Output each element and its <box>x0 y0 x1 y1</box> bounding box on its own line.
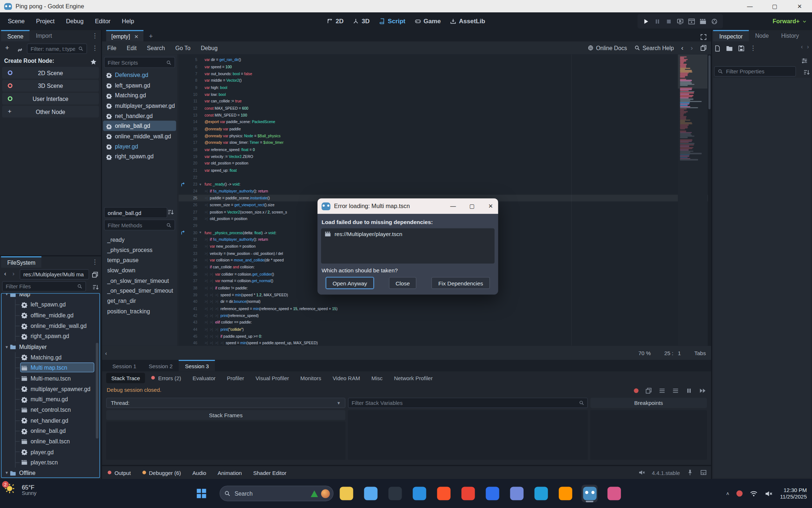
code-line-8[interactable]: 8var middle = Vector2() <box>179 77 711 84</box>
line-number[interactable]: 13 <box>187 113 198 118</box>
session-tab-session-2[interactable]: Session 2 <box>142 361 179 371</box>
code-gutter[interactable]: 5 <box>179 58 204 62</box>
filter-methods-input[interactable]: Filter Methods <box>104 220 175 231</box>
fs-item-net-control-tscn[interactable]: net_control.tscn <box>1 405 100 415</box>
script-menu-debug[interactable]: Debug <box>196 45 223 51</box>
stack-variables-list[interactable] <box>348 410 588 460</box>
line-number[interactable]: 45 <box>187 334 198 339</box>
line-number[interactable]: 38 <box>187 285 198 290</box>
line-number[interactable]: 46 <box>187 341 198 346</box>
folder-chevron-icon[interactable]: ▾ <box>4 293 10 297</box>
code-gutter[interactable]: 24 <box>179 189 204 194</box>
code-line-46[interactable]: 46>| >| >| >| speed = min(speed + paddle… <box>179 340 711 346</box>
method-on-slow-timer-timeout[interactable]: _on_slow_timer_timeout <box>103 275 176 285</box>
root-option-2d-scene[interactable]: 2D Scene <box>2 67 99 79</box>
session-tab-session-1[interactable]: Session 1 <box>106 361 142 371</box>
scene-filter-menu-icon[interactable]: ⋮ <box>92 45 98 52</box>
code-line-24[interactable]: 24>| if !is_multiplayer_authority(): ret… <box>179 188 711 195</box>
line-number[interactable]: 41 <box>187 306 198 311</box>
line-number[interactable]: 9 <box>187 85 198 90</box>
play-scene-button[interactable] <box>688 17 695 26</box>
error-dialog-titlebar[interactable]: Error loading: Multi map.tscn — ▢ ✕ <box>317 198 498 214</box>
scene-filter-input[interactable]: Filter: name, t:type, <box>27 44 87 54</box>
code-gutter[interactable]: 27 <box>179 210 204 214</box>
fs-item-net-handler-gd[interactable]: net_handler.gd <box>1 415 100 426</box>
line-number[interactable]: 36 <box>187 272 198 276</box>
fs-back-icon[interactable]: ‹ <box>4 270 6 277</box>
line-number[interactable]: 21 <box>187 168 198 173</box>
play-button[interactable] <box>643 17 650 26</box>
workspace-tab-2d[interactable]: 2D <box>327 17 344 25</box>
line-number[interactable]: 39 <box>187 293 198 297</box>
fs-item-matching-gd[interactable]: Matching.gd <box>1 352 100 362</box>
code-gutter[interactable]: 6 <box>179 65 204 69</box>
script-item-player-gd[interactable]: player.gd <box>103 141 176 151</box>
line-number[interactable]: 28 <box>187 216 198 221</box>
method-slow-down[interactable]: slow_down <box>103 265 176 275</box>
code-zoom-level[interactable]: 70 % <box>638 350 651 356</box>
fs-split-mode-icon[interactable] <box>92 270 98 279</box>
pause-button[interactable] <box>654 17 661 26</box>
window-minimize-button[interactable]: — <box>738 0 762 12</box>
script-item-net-handler-gd[interactable]: net_handler.gd <box>103 111 176 121</box>
root-option-3d-scene[interactable]: 3D Scene <box>2 80 99 92</box>
code-line-41[interactable]: 41>| >| >| reference_speed = min(referen… <box>179 305 711 312</box>
line-number[interactable]: 33 <box>187 251 198 256</box>
weather-widget[interactable]: 2 65°F Sunny <box>4 483 36 496</box>
scripts-collapse-icon[interactable]: ‹ <box>105 350 107 356</box>
inspector-tab-history[interactable]: History <box>775 30 805 41</box>
code-gutter[interactable]: 8 <box>179 78 204 83</box>
code-gutter[interactable]: 46 <box>179 341 204 346</box>
taskbar-app-edge[interactable] <box>411 485 427 502</box>
script-item-online-middle-wall-gd[interactable]: online_middle_wall.gd <box>103 131 176 141</box>
line-number[interactable]: 5 <box>187 58 198 62</box>
code-gutter[interactable]: 15 <box>179 127 204 131</box>
code-gutter[interactable]: 9 <box>179 85 204 90</box>
method-temp-pause[interactable]: temp_pause <box>103 255 176 265</box>
line-number[interactable]: 16 <box>187 134 198 138</box>
taskbar-search[interactable]: Search <box>220 486 334 501</box>
debug-break-icon[interactable] <box>686 386 693 395</box>
wifi-icon[interactable] <box>750 489 758 498</box>
movie-maker-button[interactable] <box>711 17 718 26</box>
code-line-23[interactable]: 23▾func _ready() -> void: <box>179 181 711 188</box>
scene-dock-tab-scene[interactable]: Scene <box>1 30 30 41</box>
code-gutter[interactable]: 42 <box>179 313 204 318</box>
fs-item-left-spawn-gd[interactable]: left_spawn.gd <box>1 300 100 310</box>
scene-dock-tab-import[interactable]: Import <box>30 30 58 41</box>
code-gutter[interactable]: 36 <box>179 272 204 276</box>
indent-type[interactable]: Tabs <box>694 350 706 356</box>
dialog-minimize-icon[interactable]: — <box>450 203 456 209</box>
root-option-user-interface[interactable]: User Interface <box>2 93 99 105</box>
method-physics-process[interactable]: _physics_process <box>103 245 176 255</box>
line-number[interactable]: 20 <box>187 161 198 166</box>
scene-tab-close-icon[interactable]: ✕ <box>134 33 138 39</box>
fs-item-online-ball-tscn[interactable]: online_ball.tscn <box>1 436 100 447</box>
debugger-tab-monitors[interactable]: Monitors <box>295 373 326 383</box>
code-gutter[interactable]: 22 <box>179 175 204 180</box>
remote-debug-button[interactable] <box>677 17 684 26</box>
code-gutter[interactable]: 40 <box>179 300 204 304</box>
folder-chevron-icon[interactable]: ▾ <box>4 344 10 349</box>
new-resource-icon[interactable] <box>714 44 721 53</box>
code-gutter[interactable]: 45 <box>179 334 204 339</box>
renderer-select[interactable]: Forward+ <box>772 12 807 30</box>
workspace-tab-script[interactable]: Script <box>379 17 406 25</box>
debug-continue-icon[interactable] <box>699 386 706 395</box>
code-gutter[interactable]: 23▾ <box>179 182 204 187</box>
code-line-9[interactable]: 9var high: bool <box>179 84 711 91</box>
line-number[interactable]: 12 <box>187 106 198 111</box>
window-maximize-button[interactable]: ▢ <box>762 0 787 12</box>
favorites-star-icon[interactable] <box>90 57 97 66</box>
script-history-forward-icon[interactable]: › <box>691 44 693 52</box>
session-tab-session-3[interactable]: Session 3 <box>179 360 215 371</box>
script-menu-search[interactable]: Search <box>142 45 170 51</box>
fs-item-player-gd[interactable]: player.gd <box>1 447 100 457</box>
code-gutter[interactable]: 13 <box>179 113 204 118</box>
script-item-left-spawn-gd[interactable]: left_spawn.gd <box>103 80 176 90</box>
bottom-panel-toggle-animation[interactable]: Animation <box>212 470 248 476</box>
instance-scene-icon[interactable] <box>17 45 24 54</box>
window-close-button[interactable]: ✕ <box>787 0 812 12</box>
debugger-tab-misc[interactable]: Misc <box>366 373 387 383</box>
workspace-tab-game[interactable]: Game <box>415 17 441 25</box>
